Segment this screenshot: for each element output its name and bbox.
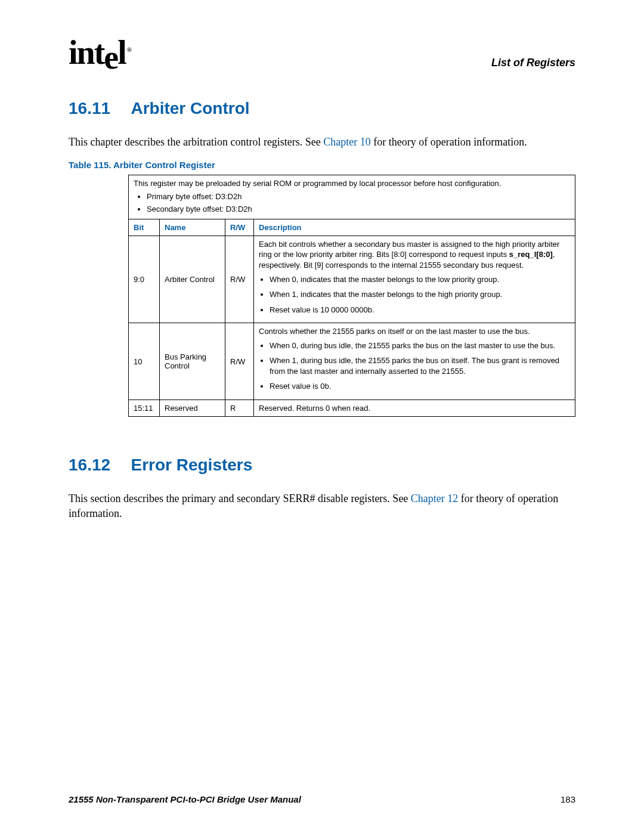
cell-description: Controls whether the 21555 parks on itse… xyxy=(254,323,575,400)
cell-name: Bus Parking Control xyxy=(160,323,225,400)
intel-logo: intel® xyxy=(69,36,129,69)
section-number: 16.12 xyxy=(69,456,128,475)
header-section-title: List of Registers xyxy=(491,57,575,69)
intro-bullet-1: Primary byte offset: D3:D2h xyxy=(147,191,570,202)
footer-page-number: 183 xyxy=(561,794,575,804)
table-row: 15:11 Reserved R Reserved. Returns 0 whe… xyxy=(129,400,575,417)
cell-description: Each bit controls whether a secondary bu… xyxy=(254,236,575,323)
section-body: This chapter describes the arbitration c… xyxy=(69,135,575,149)
logo-text-3: l xyxy=(117,34,126,71)
page-footer: 21555 Non-Transparent PCI-to-PCI Bridge … xyxy=(69,794,575,804)
desc-text: Controls whether the 21555 parks on itse… xyxy=(259,327,530,336)
desc-bold: s_req_l[8:0] xyxy=(509,250,553,259)
registered-icon: ® xyxy=(127,46,131,53)
table-115: This register may be preloaded by serial… xyxy=(128,175,575,417)
cell-bit: 10 xyxy=(129,323,160,400)
desc-bullet: When 0, during bus idle, the 21555 parks… xyxy=(270,340,570,351)
cell-rw: R/W xyxy=(225,236,254,323)
intro-line: This register may be preloaded by serial… xyxy=(134,179,501,188)
logo-text-2: e xyxy=(104,41,117,74)
logo-text-1: int xyxy=(69,34,104,71)
cell-bit: 9:0 xyxy=(129,236,160,323)
table-row: 10 Bus Parking Control R/W Controls whet… xyxy=(129,323,575,400)
table-intro-cell: This register may be preloaded by serial… xyxy=(129,175,575,219)
cell-name: Reserved xyxy=(160,400,225,417)
body-text-post: for theory of operation information. xyxy=(371,136,527,148)
chapter-link[interactable]: Chapter 10 xyxy=(323,136,370,148)
table-caption: Table 115. Arbiter Control Register xyxy=(69,160,575,170)
section-title: Arbiter Control xyxy=(131,99,249,117)
cell-rw: R xyxy=(225,400,254,417)
cell-rw: R/W xyxy=(225,323,254,400)
desc-bullet: Reset value is 0b. xyxy=(270,381,570,392)
section-heading-16-11: 16.11 Arbiter Control xyxy=(69,99,575,118)
cell-description: Reserved. Returns 0 when read. xyxy=(254,400,575,417)
body-text-pre: This chapter describes the arbitration c… xyxy=(69,136,323,148)
section-title: Error Registers xyxy=(131,456,252,474)
th-rw: R/W xyxy=(225,219,254,236)
footer-manual-title: 21555 Non-Transparent PCI-to-PCI Bridge … xyxy=(69,794,301,804)
section-number: 16.11 xyxy=(69,99,128,118)
intro-bullet-2: Secondary byte offset: D3:D2h xyxy=(147,204,570,215)
th-bit: Bit xyxy=(129,219,160,236)
desc-bullet: When 1, during bus idle, the 21555 parks… xyxy=(270,355,570,376)
chapter-link[interactable]: Chapter 12 xyxy=(411,493,458,504)
page-header: intel® List of Registers xyxy=(69,36,575,69)
desc-bullet: When 0, indicates that the master belong… xyxy=(270,274,570,285)
cell-bit: 15:11 xyxy=(129,400,160,417)
table-row: 9:0 Arbiter Control R/W Each bit control… xyxy=(129,236,575,323)
desc-bullet: When 1, indicates that the master belong… xyxy=(270,289,570,300)
th-name: Name xyxy=(160,219,225,236)
table-header-row: Bit Name R/W Description xyxy=(129,219,575,236)
desc-bullet: Reset value is 10 0000 0000b. xyxy=(270,305,570,315)
th-description: Description xyxy=(254,219,575,236)
section-body: This section describes the primary and s… xyxy=(69,491,575,521)
body-text-pre: This section describes the primary and s… xyxy=(69,493,411,504)
cell-name: Arbiter Control xyxy=(160,236,225,323)
section-heading-16-12: 16.12 Error Registers xyxy=(69,456,575,475)
